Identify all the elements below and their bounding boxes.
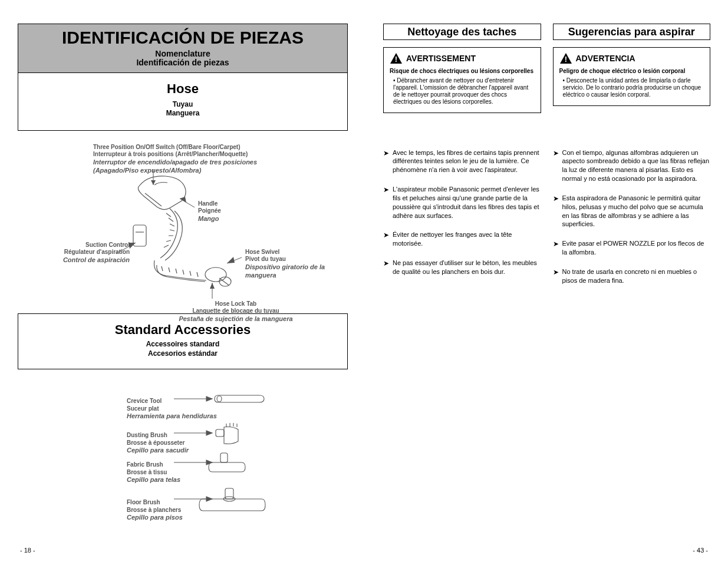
fr-warning-box: ! AVERTISSEMENT Risque de chocs électriq… [383, 47, 541, 113]
svg-text:!: ! [395, 55, 397, 64]
svg-marker-14 [210, 283, 215, 289]
french-block: Nettoyage des taches ! AVERTISSEMENT Ris… [383, 24, 541, 113]
parts-id-title: IDENTIFICACIÓN DE PIEZAS [24, 28, 341, 47]
std-heading-sub: Accessoires standard Accesorios estándar [24, 340, 341, 358]
right-column: Nettoyage des taches ! AVERTISSEMENT Ris… [383, 24, 710, 534]
left-column: IDENTIFICACIÓN DE PIEZAS Nomenclature Id… [18, 24, 348, 534]
es-warning-box: ! ADVERTENCIA Peligro de choque eléctric… [553, 47, 711, 106]
hose-diagram: Three Position On/Off Switch (Off/Bare F… [18, 137, 348, 313]
fr-heading: Nettoyage des taches [388, 27, 536, 37]
svg-marker-19 [206, 431, 212, 435]
spanish-block: Sugerencias para aspirar ! ADVERTENCIA P… [553, 24, 711, 113]
tools-diagram: Crevice Tool Suceur plat Herramienta par… [18, 381, 348, 534]
es-heading: Sugerencias para aspirar [558, 27, 706, 37]
bullets-row: ➤Avec le temps, les fibres de certains t… [383, 148, 710, 296]
parts-id-header: IDENTIFICACIÓN DE PIEZAS Nomenclature Id… [18, 24, 348, 73]
label-dusting: Dusting Brush Brosse à épousseter Cepill… [127, 432, 189, 455]
hose-heading-sub: Tuyau Manguera [24, 100, 341, 118]
label-crevice: Crevice Tool Suceur plat Herramienta par… [127, 398, 217, 421]
es-bullet-2: ➤Esta aspiradora de Panasonic le permiti… [553, 194, 711, 229]
label-swivel: Hose Swivel Pivot du tuyau Dispositivo g… [245, 249, 348, 280]
fr-bullet-1: ➤Avec le temps, les fibres de certains t… [383, 148, 541, 175]
svg-rect-30 [225, 488, 233, 499]
fr-bullet-2: ➤L'aspirateur mobile Panasonic permet d'… [383, 185, 541, 220]
es-heading-box: Sugerencias para aspirar [553, 24, 711, 40]
label-handle: Handle Poignée Mango [198, 200, 221, 223]
hose-heading: Hose [24, 81, 341, 97]
page-number-left: - 18 - [20, 547, 35, 554]
fr-bullet-3: ➤Éviter de nettoyer les franges avec la … [383, 230, 541, 248]
es-bullet-4: ➤No trate de usarla en concreto ni en mu… [553, 267, 711, 285]
svg-marker-13 [227, 257, 235, 263]
es-warn-line: Peligro de choque eléctrico o lesión cor… [559, 68, 704, 75]
label-suction: Suction Control Régulateur d'aspiration … [53, 242, 130, 265]
es-bullets: ➤Con el tiempo, algunas alfombras adquie… [553, 148, 711, 296]
svg-rect-20 [216, 429, 224, 437]
hose-heading-box: Hose Tuyau Manguera [18, 73, 348, 131]
svg-text:!: ! [564, 55, 566, 64]
parts-id-sub: Nomenclature Identificación de piezas [24, 49, 341, 68]
fr-warn-line: Risque de chocs électriques ou lésions c… [390, 68, 535, 75]
fr-heading-box: Nettoyage des taches [383, 24, 541, 40]
page-number-right: - 43 - [693, 547, 708, 554]
std-heading: Standard Accessories [24, 322, 341, 338]
label-floor: Floor Brush Brosse à planchers Cepillo p… [127, 499, 183, 522]
es-bullet-3: ➤Evite pasar el POWER NOZZLE por los fle… [553, 239, 711, 257]
svg-rect-27 [220, 453, 228, 462]
fr-bullets: ➤Avec le temps, les fibres de certains t… [383, 148, 541, 296]
es-warn-bullet: • Desconecte la unidad antes de limpiarl… [559, 77, 704, 98]
es-warn-title: ADVERTENCIA [576, 54, 635, 63]
svg-point-7 [205, 267, 226, 282]
fr-warn-bullet: • Débrancher avant de nettoyer ou d'entr… [390, 77, 535, 105]
warning-icon: ! [390, 52, 403, 64]
label-switch: Three Position On/Off Switch (Off/Bare F… [93, 144, 282, 175]
svg-point-17 [217, 396, 222, 402]
label-tab: Hose Lock Tab Languette de blocage du tu… [159, 300, 312, 323]
fr-warn-title: AVERTISSEMENT [406, 54, 476, 63]
es-bullet-1: ➤Con el tiempo, algunas alfombras adquie… [553, 148, 711, 183]
fr-bullet-4: ➤Ne pas essayer d'utiliser sur le béton,… [383, 259, 541, 276]
warning-icon: ! [559, 52, 572, 64]
label-fabric: Fabric Brush Brosse à tissu Cepillo para… [127, 461, 180, 484]
